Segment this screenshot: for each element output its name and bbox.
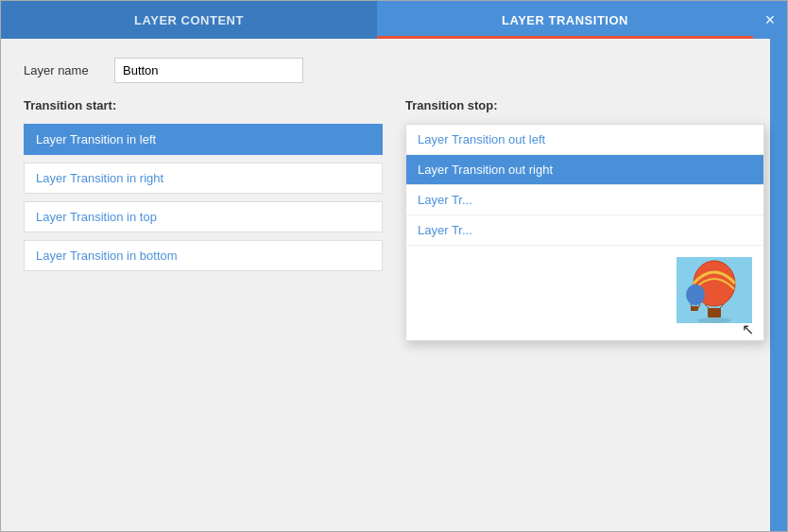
layer-name-row: Layer name (24, 58, 764, 83)
preview-image (677, 257, 752, 323)
transition-start-panel: Transition start: Layer Transition in le… (24, 98, 383, 512)
svg-rect-5 (708, 308, 721, 317)
tab-layer-content[interactable]: LAYER CONTENT (1, 1, 377, 39)
close-button[interactable]: × (753, 1, 787, 39)
preview-area (406, 246, 763, 340)
dropdown-item-4[interactable]: Layer Tr... (406, 215, 763, 246)
dropdown-item-3[interactable]: Layer Tr... (406, 185, 763, 215)
transition-stop-title: Transition stop: (405, 98, 764, 112)
svg-point-7 (686, 284, 705, 305)
tab-layer-transition[interactable]: LAYER TRANSITION (377, 1, 753, 39)
dropdown-list: Layer Transition out left Layer Transiti… (405, 124, 764, 341)
transition-stop-panel: Transition stop: Layer Transition out le… (405, 98, 764, 512)
list-item[interactable]: Layer Transition in right (24, 163, 383, 194)
layer-name-label: Layer name (24, 63, 99, 77)
modal-body: Layer name Transition start: Layer Trans… (1, 39, 787, 531)
transition-start-title: Transition start: (24, 98, 383, 112)
list-item[interactable]: Layer Transition in top (24, 201, 383, 232)
svg-point-6 (697, 317, 731, 323)
scrollbar[interactable] (770, 39, 787, 531)
list-item[interactable]: Layer Transition in left (24, 124, 383, 155)
dropdown-item-out-left[interactable]: Layer Transition out left (406, 125, 763, 155)
svg-rect-10 (691, 306, 698, 311)
list-item[interactable]: Layer Transition in bottom (24, 240, 383, 271)
modal-header: LAYER CONTENT LAYER TRANSITION × (1, 1, 787, 39)
layer-name-input[interactable] (114, 58, 303, 83)
transitions-container: Transition start: Layer Transition in le… (24, 98, 764, 512)
modal: LAYER CONTENT LAYER TRANSITION × Layer n… (0, 0, 788, 532)
dropdown-item-out-right[interactable]: Layer Transition out right ↖ (406, 155, 763, 185)
